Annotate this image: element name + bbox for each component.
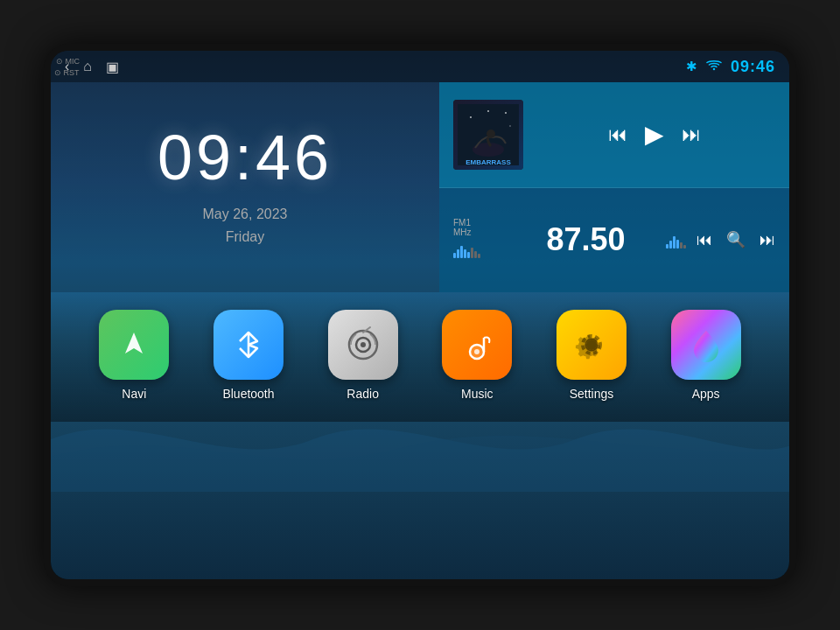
apps-label: Apps [692,387,720,401]
app-bluetooth[interactable]: Bluetooth [214,310,284,401]
navi-icon [99,310,169,380]
settings-svg [572,326,611,364]
radio-svg [344,326,382,364]
bluetooth-label: Bluetooth [222,387,274,401]
svg-point-6 [486,130,495,138]
clock-time: 09:46 [158,126,332,189]
clock-widget: 09:46 May 26, 2023 Friday [51,82,439,292]
status-bar: ‹ ⌂ ▣ ✱ 09:46 [51,51,789,82]
album-text: EMBARRASS [453,158,523,166]
radio-controls: ⏮ 🔍 ⏭ [696,230,775,249]
apps-svg [687,326,725,364]
radio-info: FM1 MHz [453,218,506,262]
svg-point-16 [586,340,597,350]
bluetooth-status-icon: ✱ [686,59,697,74]
radio-widget[interactable]: FM1 MHz [439,188,789,293]
app-dock: Navi Bluetooth [51,292,789,422]
svg-point-13 [474,349,480,354]
app-navi[interactable]: Navi [99,310,169,401]
svg-point-10 [360,342,366,347]
album-art-svg [458,104,519,165]
status-time: 09:46 [731,58,775,76]
radio-icon [328,310,398,380]
app-settings[interactable]: Settings [556,310,626,401]
wifi-status-icon [706,60,722,74]
screen: ‹ ⌂ ▣ ✱ 09:46 [51,51,789,579]
radio-signal-bars-left [453,241,480,258]
status-right: ✱ 09:46 [686,58,775,76]
album-art: EMBARRASS [453,100,523,170]
radio-signal-bars-right [666,231,686,248]
app-radio[interactable]: Radio [328,310,398,401]
radio-band: FM1 [453,218,471,228]
music-controls: ⏮ ▶ ⏭ [534,120,775,149]
radio-prev-button[interactable]: ⏮ [696,231,712,249]
radio-unit: MHz [453,228,472,237]
right-panel: EMBARRASS ⏮ ▶ ⏭ FM1 MHz [439,82,789,292]
mic-label: ⊙ MIC [56,57,80,66]
settings-label: Settings [570,387,614,401]
recent-button[interactable]: ▣ [106,59,119,75]
navi-svg [115,326,153,364]
widgets-row: 09:46 May 26, 2023 Friday [51,82,789,292]
main-content: 09:46 May 26, 2023 Friday [51,82,789,579]
apps-icon [671,310,741,380]
home-button[interactable]: ⌂ [83,59,92,74]
svg-point-4 [509,125,511,127]
music-svg [458,326,496,364]
radio-label: Radio [346,387,379,401]
radio-search-button[interactable]: 🔍 [726,230,746,249]
svg-point-3 [487,110,489,112]
bluetooth-icon [214,310,284,380]
music-icon [442,310,512,380]
music-widget[interactable]: EMBARRASS ⏮ ▶ ⏭ [439,82,789,188]
device-frame: ⊙ MIC ⊙ RST ‹ ⌂ ▣ ✱ [44,44,796,586]
svg-point-2 [505,112,507,114]
music-label: Music [461,387,494,401]
music-next-button[interactable]: ⏭ [682,123,701,146]
settings-icon [556,310,626,380]
clock-date: May 26, 2023 Friday [203,203,288,248]
radio-next-button[interactable]: ⏭ [760,231,775,249]
app-music[interactable]: Music [442,310,512,401]
music-prev-button[interactable]: ⏮ [608,123,627,146]
music-play-button[interactable]: ▶ [645,120,664,149]
navi-label: Navi [122,387,146,401]
rst-label: ⊙ RST [54,68,80,77]
bluetooth-svg [229,326,268,364]
svg-point-1 [470,116,472,118]
app-apps[interactable]: Apps [671,310,741,401]
radio-frequency: 87.50 [516,221,655,258]
